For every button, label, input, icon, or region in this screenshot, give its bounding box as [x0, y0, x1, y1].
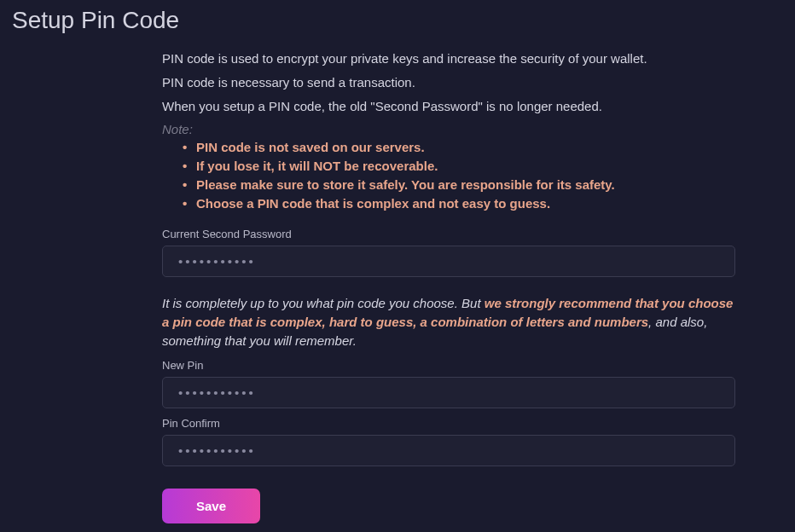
current-second-password-input[interactable] — [162, 246, 735, 277]
intro-line-2: PIN code is necessary to send a transact… — [162, 73, 735, 92]
intro-line-1: PIN code is used to encrypt your private… — [162, 49, 735, 68]
note-item: Choose a PIN code that is complex and no… — [162, 194, 735, 213]
new-pin-input[interactable] — [162, 377, 735, 408]
content-area: PIN code is used to encrypt your private… — [0, 49, 795, 523]
current-second-password-label: Current Second Password — [162, 228, 735, 240]
save-button[interactable]: Save — [162, 489, 260, 523]
intro-line-3: When you setup a PIN code, the old "Seco… — [162, 97, 735, 116]
page-title: Setup Pin Code — [0, 0, 795, 49]
note-list: PIN code is not saved on our servers. If… — [162, 138, 735, 212]
note-label: Note: — [162, 122, 735, 136]
new-pin-label: New Pin — [162, 359, 735, 372]
note-item: Please make sure to store it safely. You… — [162, 176, 735, 194]
note-item: If you lose it, it will NOT be recoverab… — [162, 157, 735, 176]
pin-confirm-label: Pin Confirm — [162, 417, 735, 430]
note-item: PIN code is not saved on our servers. — [162, 138, 735, 157]
recommend-part-1: It is completely up to you what pin code… — [162, 296, 485, 310]
recommend-text: It is completely up to you what pin code… — [162, 294, 735, 350]
pin-confirm-input[interactable] — [162, 435, 735, 466]
